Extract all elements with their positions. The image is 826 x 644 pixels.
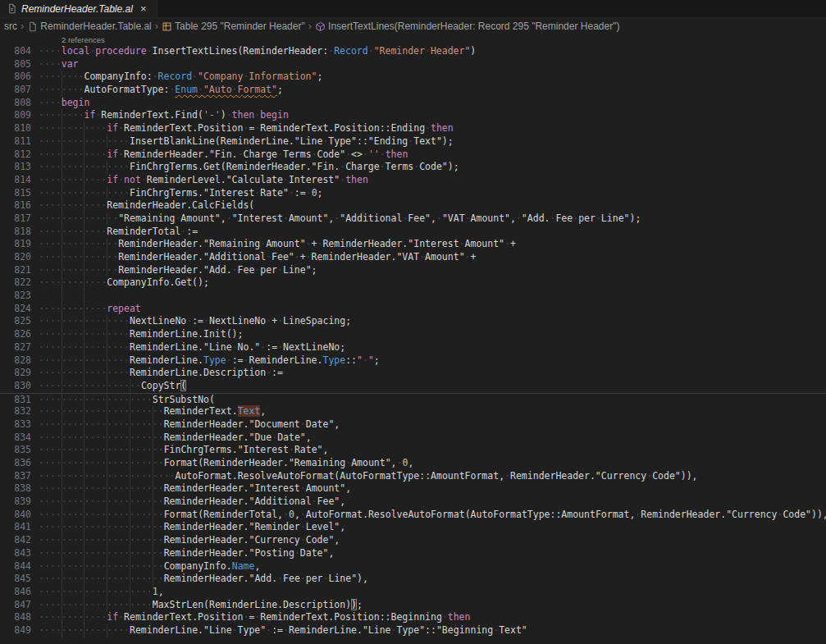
code-line[interactable]: 816············ReminderHeader.CalcFields…	[0, 199, 826, 212]
code-editor[interactable]: 2 references 804····local·procedure·Inse…	[0, 34, 826, 644]
line-number[interactable]: 835	[0, 444, 31, 457]
line-number[interactable]: 807	[0, 84, 31, 97]
code-line[interactable]: 844······················CompanyInfo.Nam…	[0, 560, 826, 573]
breadcrumb-item[interactable]: InsertTextLines(ReminderHeader: Record 2…	[315, 21, 619, 32]
line-number[interactable]: 812	[0, 148, 31, 162]
code-line[interactable]: 841······················ReminderHeader.…	[0, 521, 826, 534]
code-line[interactable]: 837························AutoFormat.Re…	[0, 470, 826, 483]
line-number[interactable]: 827	[0, 341, 31, 354]
code-line[interactable]: 824············repeat	[0, 303, 826, 316]
line-number[interactable]: 842	[0, 534, 31, 547]
code-line[interactable]: 804····local·procedure·InsertTextLines(R…	[0, 45, 826, 58]
code-line[interactable]: 825················NextLineNo·:=·NextLin…	[0, 315, 826, 328]
code-line[interactable]: 821··············ReminderHeader."Add.·Fe…	[0, 264, 826, 277]
line-number[interactable]: 837	[0, 470, 31, 483]
code-line[interactable]: 834······················ReminderHeader.…	[0, 432, 826, 445]
line-number[interactable]: 838	[0, 482, 31, 496]
code-line[interactable]: 813················FinChrgTerms.Get(Remi…	[0, 161, 826, 174]
line-number[interactable]: 847	[0, 599, 31, 612]
code-line[interactable]: 846····················1,	[0, 586, 826, 599]
code-line[interactable]: 818············ReminderTotal·:=	[0, 226, 826, 239]
code-line[interactable]: 838······················ReminderHeader.…	[0, 482, 826, 496]
line-number[interactable]: 816	[0, 199, 31, 212]
code-line[interactable]: 847····················MaxStrLen(Reminde…	[0, 599, 826, 612]
line-number[interactable]: 824	[0, 303, 31, 316]
code-line[interactable]: 836······················Format(Reminder…	[0, 457, 826, 470]
code-line[interactable]: 827················ReminderLine."Line·No…	[0, 341, 826, 354]
code-line[interactable]: 809········if·ReminderText.Find('-')·the…	[0, 109, 826, 122]
line-number[interactable]: 814	[0, 174, 31, 187]
line-number[interactable]: 831	[0, 394, 31, 406]
line-number[interactable]: 815	[0, 187, 31, 200]
breadcrumb-item[interactable]: Table 295 "Reminder Header"	[162, 21, 305, 32]
code-line[interactable]: 810············if·ReminderText.Position·…	[0, 122, 826, 135]
line-number[interactable]: 832	[0, 405, 31, 418]
code-line[interactable]: 830··················CopyStr(	[0, 380, 826, 393]
code-line[interactable]: 831····················StrSubstNo(	[0, 393, 826, 406]
line-number[interactable]: 833	[0, 418, 31, 432]
code-line[interactable]: 822············CompanyInfo.Get();	[0, 276, 826, 290]
line-number[interactable]: 820	[0, 251, 31, 264]
code-line[interactable]: 839······················ReminderHeader.…	[0, 496, 826, 509]
code-line[interactable]: 805····var	[0, 58, 826, 71]
line-number[interactable]: 840	[0, 509, 31, 522]
code-line[interactable]: 843······················ReminderHeader.…	[0, 547, 826, 560]
code-line[interactable]: 848············if·ReminderText.Position·…	[0, 611, 826, 624]
code-line[interactable]: 812············if·ReminderHeader."Fin.·C…	[0, 148, 826, 162]
line-number[interactable]: 834	[0, 432, 31, 445]
line-number[interactable]: 805	[0, 58, 31, 71]
code-line[interactable]: 828················ReminderLine.Type·:=·…	[0, 354, 826, 368]
code-line[interactable]: 811················InsertBlankLine(Remin…	[0, 135, 826, 148]
code-line[interactable]: 823	[0, 290, 826, 303]
line-number[interactable]: 844	[0, 560, 31, 573]
codelens-references[interactable]: 2 references	[62, 35, 105, 44]
line-number[interactable]: 836	[0, 457, 31, 470]
line-number[interactable]: 843	[0, 547, 31, 560]
breadcrumb-item[interactable]: src	[4, 21, 17, 32]
code-line[interactable]: 833······················ReminderHeader.…	[0, 418, 826, 432]
code-line[interactable]: 842······················ReminderHeader.…	[0, 534, 826, 547]
code-line[interactable]: 849················ReminderLine."Line·Ty…	[0, 624, 826, 637]
code-line[interactable]: 829················ReminderLine.Descript…	[0, 367, 826, 380]
code-line[interactable]: 820··············ReminderHeader."Additio…	[0, 251, 826, 264]
line-number[interactable]: 808	[0, 97, 31, 110]
line-number[interactable]: 828	[0, 354, 31, 368]
code-line[interactable]: 826················ReminderLine.Init();	[0, 328, 826, 341]
line-number[interactable]: 830	[0, 380, 31, 393]
code-line[interactable]: 845······················ReminderHeader.…	[0, 573, 826, 586]
code-line[interactable]: 815················FinChrgTerms."Interes…	[0, 187, 826, 200]
line-number[interactable]: 806	[0, 71, 31, 84]
code-line[interactable]: 817··············"Remaining·Amount",·"In…	[0, 212, 826, 226]
breadcrumb-item[interactable]: ReminderHeader.Table.al	[27, 21, 151, 32]
line-number[interactable]: 810	[0, 122, 31, 135]
code-line[interactable]: 808····begin	[0, 97, 826, 110]
line-number[interactable]: 804	[0, 45, 31, 58]
code-line[interactable]: 819··············ReminderHeader."Remaini…	[0, 238, 826, 251]
close-icon[interactable]: ×	[137, 2, 150, 16]
line-number[interactable]: 839	[0, 496, 31, 509]
code-line[interactable]: 840······················Format(Reminder…	[0, 509, 826, 522]
line-number[interactable]: 819	[0, 238, 31, 251]
tab-reminderheader-table-al[interactable]: ReminderHeader.Table.al ×	[0, 0, 157, 17]
line-number[interactable]: 825	[0, 315, 31, 328]
code-line[interactable]: 835······················FinChrgTerms."I…	[0, 444, 826, 457]
line-number[interactable]: 841	[0, 521, 31, 534]
line-number[interactable]: 822	[0, 276, 31, 290]
code-line[interactable]: 832······················ReminderText.Te…	[0, 405, 826, 418]
line-number[interactable]: 849	[0, 624, 31, 637]
line-number[interactable]: 811	[0, 135, 31, 148]
line-number[interactable]: 818	[0, 226, 31, 239]
line-number[interactable]: 848	[0, 611, 31, 624]
code-line[interactable]: 806········CompanyInfo:·Record·"Company·…	[0, 71, 826, 84]
line-number[interactable]: 817	[0, 212, 31, 226]
line-number[interactable]: 845	[0, 573, 31, 586]
code-line[interactable]: 814············if·not·ReminderLevel."Cal…	[0, 174, 826, 187]
line-number[interactable]: 809	[0, 109, 31, 122]
line-number[interactable]: 846	[0, 586, 31, 599]
line-number[interactable]: 829	[0, 367, 31, 380]
line-number[interactable]: 823	[0, 290, 31, 303]
line-number[interactable]: 821	[0, 264, 31, 277]
line-number[interactable]: 826	[0, 328, 31, 341]
code-line[interactable]: 807········AutoFormatType:·Enum·"Auto·Fo…	[0, 84, 826, 97]
line-number[interactable]: 813	[0, 161, 31, 174]
